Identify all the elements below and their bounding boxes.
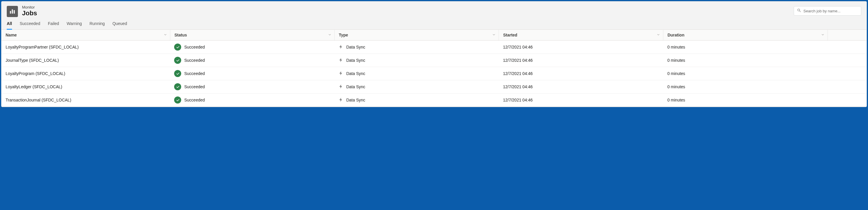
col-started[interactable]: Started <box>499 30 663 41</box>
cell-started: 12/7/2021 04:46 <box>499 80 663 94</box>
job-name: JournalType (SFDC_LOCAL) <box>6 58 59 63</box>
success-check-icon <box>174 44 181 51</box>
col-name[interactable]: Name <box>1 30 170 41</box>
col-actions <box>828 30 867 41</box>
cell-type: Data Sync <box>335 41 499 54</box>
cell-actions <box>828 54 867 67</box>
table-row[interactable]: LoyaltyLedger (SFDC_LOCAL) Succeeded Dat… <box>1 80 867 94</box>
cell-actions <box>828 67 867 80</box>
duration-text: 0 minutes <box>668 98 685 102</box>
cell-actions <box>828 94 867 107</box>
jobs-table: Name Status Type <box>1 29 867 107</box>
duration-text: 0 minutes <box>668 45 685 49</box>
type-text: Data Sync <box>346 71 365 76</box>
tab-failed[interactable]: Failed <box>48 21 59 29</box>
started-text: 12/7/2021 04:46 <box>503 58 533 63</box>
chevron-down-icon <box>657 33 660 37</box>
cell-type: Data Sync <box>335 94 499 107</box>
status-text: Succeeded <box>184 84 205 89</box>
job-name: LoyaltyLedger (SFDC_LOCAL) <box>6 84 62 89</box>
cell-duration: 0 minutes <box>663 94 828 107</box>
duration-text: 0 minutes <box>668 84 685 89</box>
type-text: Data Sync <box>346 58 365 63</box>
search-box[interactable] <box>794 6 861 16</box>
table-row[interactable]: JournalType (SFDC_LOCAL) Succeeded Data … <box>1 54 867 67</box>
cell-type: Data Sync <box>335 80 499 94</box>
started-text: 12/7/2021 04:46 <box>503 71 533 76</box>
svg-rect-2 <box>14 10 15 14</box>
success-check-icon <box>174 97 181 104</box>
search-icon <box>797 8 801 14</box>
cell-name: JournalType (SFDC_LOCAL) <box>1 54 170 67</box>
cell-duration: 0 minutes <box>663 80 828 94</box>
started-text: 12/7/2021 04:46 <box>503 45 533 49</box>
job-name: LoyaltyProgram (SFDC_LOCAL) <box>6 71 65 76</box>
cell-status: Succeeded <box>170 94 335 107</box>
page-title: Jobs <box>22 9 37 17</box>
cell-started: 12/7/2021 04:46 <box>499 67 663 80</box>
jobs-panel: Monitor Jobs All Succeeded Failed Warnin… <box>1 1 867 107</box>
lightning-bolt-icon <box>339 84 343 90</box>
duration-text: 0 minutes <box>668 58 685 63</box>
type-text: Data Sync <box>346 98 365 102</box>
col-status[interactable]: Status <box>170 30 335 41</box>
tab-all[interactable]: All <box>7 21 12 30</box>
type-text: Data Sync <box>346 84 365 89</box>
table-row[interactable]: LoyaltyProgram (SFDC_LOCAL) Succeeded Da… <box>1 67 867 80</box>
cell-status: Succeeded <box>170 41 335 54</box>
duration-text: 0 minutes <box>668 71 685 76</box>
cell-started: 12/7/2021 04:46 <box>499 94 663 107</box>
col-started-label: Started <box>503 33 517 37</box>
col-name-label: Name <box>6 33 17 37</box>
svg-point-3 <box>798 9 800 11</box>
status-text: Succeeded <box>184 45 205 49</box>
bar-chart-icon <box>7 6 18 17</box>
col-status-label: Status <box>175 33 187 37</box>
table-row[interactable]: TransactionJournal (SFDC_LOCAL) Succeede… <box>1 94 867 107</box>
cell-duration: 0 minutes <box>663 41 828 54</box>
svg-rect-0 <box>10 11 11 14</box>
status-text: Succeeded <box>184 71 205 76</box>
cell-status: Succeeded <box>170 67 335 80</box>
cell-name: TransactionJournal (SFDC_LOCAL) <box>1 94 170 107</box>
cell-started: 12/7/2021 04:46 <box>499 54 663 67</box>
success-check-icon <box>174 83 181 90</box>
cell-status: Succeeded <box>170 80 335 94</box>
job-name: TransactionJournal (SFDC_LOCAL) <box>6 98 71 102</box>
header-eyebrow: Monitor <box>22 5 37 9</box>
started-text: 12/7/2021 04:46 <box>503 98 533 102</box>
lightning-bolt-icon <box>339 71 343 76</box>
tab-succeeded[interactable]: Succeeded <box>20 21 40 29</box>
status-text: Succeeded <box>184 58 205 63</box>
search-input[interactable] <box>803 9 858 13</box>
lightning-bolt-icon <box>339 58 343 63</box>
table-row[interactable]: LoyaltyProgramPartner (SFDC_LOCAL) Succe… <box>1 41 867 54</box>
cell-type: Data Sync <box>335 54 499 67</box>
lightning-bolt-icon <box>339 45 343 50</box>
type-text: Data Sync <box>346 45 365 49</box>
tab-running[interactable]: Running <box>90 21 105 29</box>
cell-status: Succeeded <box>170 54 335 67</box>
status-tabs: All Succeeded Failed Warning Running Que… <box>1 17 867 29</box>
lightning-bolt-icon <box>339 97 343 103</box>
cell-started: 12/7/2021 04:46 <box>499 41 663 54</box>
svg-line-4 <box>800 11 801 12</box>
col-duration[interactable]: Duration <box>663 30 828 41</box>
chevron-down-icon <box>328 33 332 37</box>
success-check-icon <box>174 70 181 77</box>
cell-name: LoyaltyLedger (SFDC_LOCAL) <box>1 80 170 94</box>
cell-name: LoyaltyProgramPartner (SFDC_LOCAL) <box>1 41 170 54</box>
tab-queued[interactable]: Queued <box>113 21 127 29</box>
chevron-down-icon <box>163 33 167 37</box>
cell-duration: 0 minutes <box>663 67 828 80</box>
cell-duration: 0 minutes <box>663 54 828 67</box>
table-header-row: Name Status Type <box>1 30 867 41</box>
col-type[interactable]: Type <box>335 30 499 41</box>
chevron-down-icon <box>492 33 496 37</box>
col-duration-label: Duration <box>668 33 684 37</box>
cell-actions <box>828 80 867 94</box>
success-check-icon <box>174 57 181 64</box>
cell-name: LoyaltyProgram (SFDC_LOCAL) <box>1 67 170 80</box>
job-name: LoyaltyProgramPartner (SFDC_LOCAL) <box>6 45 79 49</box>
tab-warning[interactable]: Warning <box>67 21 82 29</box>
